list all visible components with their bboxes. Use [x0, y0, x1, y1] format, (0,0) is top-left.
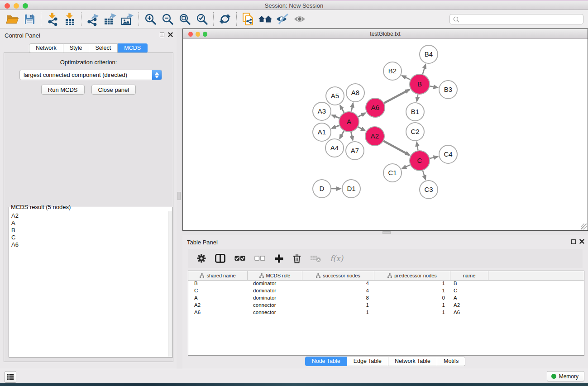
zoom-selected-button[interactable] — [193, 11, 210, 27]
table-cell[interactable]: 0 — [374, 295, 450, 302]
column-header-shared-name[interactable]: shared name — [188, 271, 248, 280]
table-cell[interactable]: C — [188, 288, 248, 295]
graph-edge[interactable] — [384, 90, 409, 103]
tab-network[interactable]: Network — [29, 43, 63, 53]
table-cell[interactable]: A2 — [188, 302, 248, 310]
table-cell[interactable]: 1 — [374, 302, 450, 310]
graph-edge[interactable] — [402, 165, 410, 168]
table-cell[interactable]: 1 — [302, 302, 374, 310]
delete-column-button[interactable] — [293, 252, 301, 265]
table-row[interactable]: A2connector11A2 — [188, 302, 584, 310]
table-cell[interactable]: A — [188, 295, 248, 302]
column-header-predecessor-nodes[interactable]: predecessor nodes — [374, 271, 450, 280]
graph-edge[interactable] — [340, 105, 344, 113]
tab-motifs[interactable]: Motifs — [437, 357, 465, 366]
open-session-button[interactable] — [4, 11, 21, 27]
table-cell[interactable]: A6 — [450, 310, 488, 317]
show-column-button[interactable] — [215, 252, 225, 265]
float-panel-icon[interactable] — [571, 239, 576, 244]
mcds-result-item[interactable]: A6 — [11, 241, 168, 248]
close-panel-button[interactable]: Close panel — [91, 85, 136, 95]
close-panel-icon[interactable] — [168, 32, 173, 37]
table-cell[interactable]: dominator — [248, 281, 302, 288]
table-row[interactable]: Cdominator41C — [188, 288, 584, 295]
mcds-result-item[interactable]: B — [11, 227, 168, 234]
table-cell[interactable]: 1 — [374, 288, 450, 295]
table-cell[interactable]: A6 — [188, 310, 248, 317]
table-cell[interactable]: 8 — [302, 295, 374, 302]
table-row[interactable]: A6connector11A6 — [188, 310, 584, 317]
import-table-button[interactable] — [61, 11, 78, 27]
float-panel-icon[interactable] — [160, 33, 164, 37]
search-input[interactable] — [460, 16, 583, 23]
tab-edge-table[interactable]: Edge Table — [347, 357, 388, 366]
graph-edge[interactable] — [417, 143, 418, 151]
window-resize-grip[interactable] — [581, 224, 587, 229]
table-cell[interactable]: connector — [248, 310, 302, 317]
function-builder-button[interactable]: f(x) — [330, 252, 343, 265]
add-column-button[interactable] — [274, 252, 284, 265]
table-cell[interactable]: C — [450, 288, 488, 295]
mcds-result-item[interactable]: A — [11, 219, 168, 227]
export-table-button[interactable] — [101, 11, 119, 27]
tab-mcds[interactable]: MCDS — [118, 43, 148, 53]
column-header-mcds-role[interactable]: MCDS role — [248, 271, 302, 280]
graph-edge[interactable] — [358, 113, 365, 117]
import-network-button[interactable] — [44, 11, 61, 27]
table-cell[interactable]: dominator — [248, 288, 302, 295]
close-panel-icon[interactable] — [579, 239, 584, 244]
search-box[interactable] — [449, 14, 583, 24]
tab-style[interactable]: Style — [63, 43, 89, 53]
home-button[interactable] — [257, 11, 274, 27]
table-cell[interactable]: dominator — [248, 295, 302, 302]
graph-edge[interactable] — [430, 157, 437, 158]
tab-network-table[interactable]: Network Table — [388, 357, 437, 366]
vertical-splitter-handle[interactable] — [177, 192, 181, 200]
horizontal-splitter-handle[interactable] — [382, 231, 391, 234]
network-window-titlebar[interactable]: testGlobe.txt — [183, 29, 588, 39]
table-cell[interactable]: 4 — [302, 281, 374, 288]
export-image-button[interactable] — [119, 11, 136, 27]
table-cell[interactable]: 1 — [374, 310, 450, 317]
table-cell[interactable]: B — [450, 281, 488, 288]
network-canvas[interactable]: B4B2BB3A8A5A6A3B1AC2A1A2A4A7C4CC1DD1C3 — [183, 39, 588, 230]
table-cell[interactable]: B — [188, 281, 248, 288]
graph-edge[interactable] — [340, 131, 344, 138]
criterion-dropdown[interactable]: largest connected component (directed) — [19, 70, 162, 80]
deselect-all-rows-button[interactable] — [254, 252, 265, 265]
graph-edge[interactable] — [402, 76, 411, 80]
tab-node-table[interactable]: Node Table — [305, 357, 347, 366]
graph-edge[interactable] — [351, 103, 353, 111]
apply-layout-button[interactable] — [216, 11, 234, 27]
export-network-button[interactable] — [84, 11, 101, 27]
hide-selected-button[interactable] — [274, 11, 291, 27]
table-cell[interactable]: 1 — [302, 310, 374, 317]
graph-edge[interactable] — [423, 171, 425, 179]
delete-table-button[interactable] — [310, 252, 321, 265]
column-header-name[interactable]: name — [450, 271, 488, 280]
graph-edge[interactable] — [332, 125, 339, 128]
graph-edge[interactable] — [383, 141, 409, 155]
mcds-result-scrollbar[interactable] — [168, 211, 172, 357]
select-all-rows-button[interactable] — [234, 252, 245, 265]
graph-edge[interactable] — [358, 127, 365, 131]
run-mcds-button[interactable]: Run MCDS — [41, 85, 85, 95]
mcds-result-item[interactable]: A2 — [11, 212, 168, 219]
network-graph[interactable]: B4B2BB3A8A5A6A3B1AC2A1A2A4A7C4CC1DD1C3 — [183, 39, 588, 230]
save-session-button[interactable] — [21, 11, 38, 27]
graph-edge[interactable] — [417, 95, 418, 101]
table-cell[interactable]: 4 — [302, 288, 374, 295]
zoom-in-button[interactable] — [142, 11, 159, 27]
table-row[interactable]: Bdominator41B — [188, 281, 584, 288]
table-cell[interactable]: 1 — [374, 281, 450, 288]
clone-network-button[interactable] — [239, 11, 257, 27]
mcds-result-item[interactable]: C — [11, 234, 168, 241]
zoom-fit-button[interactable] — [176, 11, 193, 27]
show-log-button[interactable] — [5, 371, 16, 383]
table-cell[interactable]: A — [450, 295, 488, 302]
graph-edge[interactable] — [332, 115, 339, 118]
memory-button[interactable]: Memory — [547, 371, 584, 381]
column-header-successor-nodes[interactable]: successor nodes — [302, 271, 374, 280]
table-cell[interactable]: connector — [248, 302, 302, 310]
graph-edge[interactable] — [430, 86, 438, 87]
